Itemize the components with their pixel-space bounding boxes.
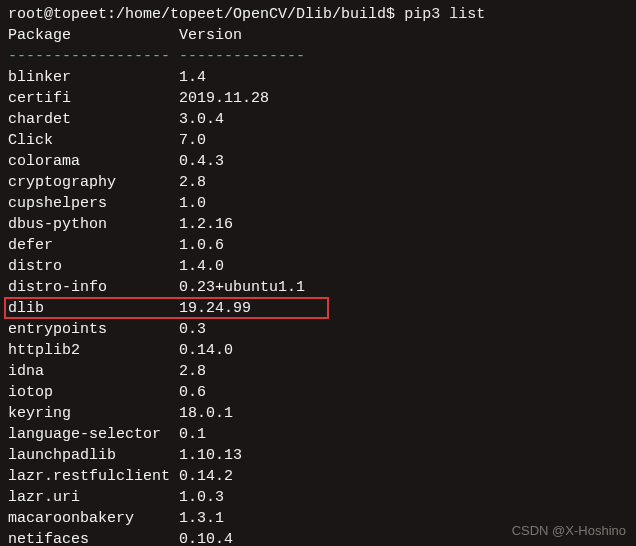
header-package: Package [8, 27, 179, 44]
package-name: certifi [8, 88, 179, 109]
table-row: blinker 1.4 [8, 67, 628, 88]
package-version: 1.3.1 [179, 508, 224, 529]
table-separator-row: ------------------ -------------- [8, 46, 628, 67]
table-row: dlib 19.24.99 [8, 298, 628, 319]
package-name: cupshelpers [8, 193, 179, 214]
package-version: 1.10.13 [179, 445, 242, 466]
table-row: dbus-python 1.2.16 [8, 214, 628, 235]
package-version: 0.23+ubuntu1.1 [179, 277, 305, 298]
package-version: 2019.11.28 [179, 88, 269, 109]
package-version: 1.4 [179, 67, 206, 88]
table-row: colorama 0.4.3 [8, 151, 628, 172]
prompt-user-host: root@topeet [8, 6, 107, 23]
package-version: 2.8 [179, 172, 206, 193]
package-name: keyring [8, 403, 179, 424]
watermark: CSDN @X-Hoshino [512, 522, 626, 540]
table-row: chardet 3.0.4 [8, 109, 628, 130]
prompt-path: /home/topeet/OpenCV/Dlib/build [116, 6, 386, 23]
table-row: launchpadlib 1.10.13 [8, 445, 628, 466]
table-row: entrypoints 0.3 [8, 319, 628, 340]
table-row: defer 1.0.6 [8, 235, 628, 256]
package-version: 0.14.0 [179, 340, 233, 361]
table-row: lazr.restfulclient 0.14.2 [8, 466, 628, 487]
package-name: language-selector [8, 424, 179, 445]
package-version: 1.2.16 [179, 214, 233, 235]
package-name: iotop [8, 382, 179, 403]
table-row: distro 1.4.0 [8, 256, 628, 277]
table-row: language-selector 0.1 [8, 424, 628, 445]
separator-left: ------------------ [8, 48, 179, 65]
package-name: chardet [8, 109, 179, 130]
package-version: 1.0.6 [179, 235, 224, 256]
package-name: blinker [8, 67, 179, 88]
package-name: lazr.uri [8, 487, 179, 508]
package-name: netifaces [8, 529, 179, 546]
package-name: launchpadlib [8, 445, 179, 466]
package-name: Click [8, 130, 179, 151]
package-name: macaroonbakery [8, 508, 179, 529]
package-name: lazr.restfulclient [8, 466, 179, 487]
package-version: 0.3 [179, 319, 206, 340]
package-name: distro [8, 256, 179, 277]
package-version: 2.8 [179, 361, 206, 382]
package-name: idna [8, 361, 179, 382]
table-row: cupshelpers 1.0 [8, 193, 628, 214]
header-version: Version [179, 27, 242, 44]
package-name: dbus-python [8, 214, 179, 235]
package-name: httplib2 [8, 340, 179, 361]
package-version: 1.0.3 [179, 487, 224, 508]
package-version: 1.0 [179, 193, 206, 214]
command-prompt-line: root@topeet:/home/topeet/OpenCV/Dlib/bui… [8, 4, 628, 25]
prompt-colon: : [107, 6, 116, 23]
package-version: 1.4.0 [179, 256, 224, 277]
package-name: distro-info [8, 277, 179, 298]
table-row: iotop 0.6 [8, 382, 628, 403]
package-version: 18.0.1 [179, 403, 233, 424]
command-text: pip3 list [404, 6, 485, 23]
package-name: cryptography [8, 172, 179, 193]
package-version: 19.24.99 [179, 298, 251, 319]
table-row: lazr.uri 1.0.3 [8, 487, 628, 508]
package-version: 0.10.4 [179, 529, 233, 546]
table-row: cryptography 2.8 [8, 172, 628, 193]
table-row: httplib2 0.14.0 [8, 340, 628, 361]
package-name: colorama [8, 151, 179, 172]
package-name: defer [8, 235, 179, 256]
table-header-row: Package Version [8, 25, 628, 46]
package-version: 7.0 [179, 130, 206, 151]
table-row: idna 2.8 [8, 361, 628, 382]
table-row: Click 7.0 [8, 130, 628, 151]
package-version: 0.6 [179, 382, 206, 403]
package-name: entrypoints [8, 319, 179, 340]
package-version: 0.4.3 [179, 151, 224, 172]
separator-right: -------------- [179, 48, 305, 65]
package-version: 0.14.2 [179, 466, 233, 487]
package-version: 3.0.4 [179, 109, 224, 130]
packages-list: blinker 1.4certifi 2019.11.28chardet 3.0… [8, 67, 628, 546]
package-version: 0.1 [179, 424, 206, 445]
table-row: distro-info 0.23+ubuntu1.1 [8, 277, 628, 298]
prompt-dollar: $ [386, 6, 395, 23]
package-name: dlib [8, 298, 179, 319]
table-row: certifi 2019.11.28 [8, 88, 628, 109]
table-row: keyring 18.0.1 [8, 403, 628, 424]
